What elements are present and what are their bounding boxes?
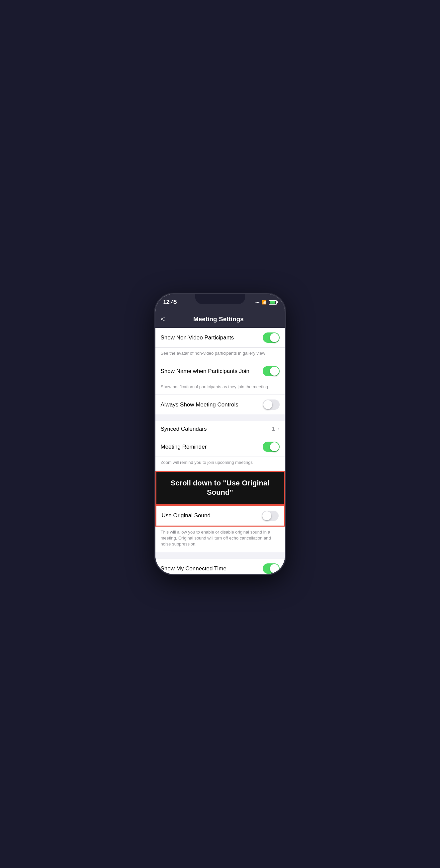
phone-frame: 12:45 ▪▪▪ 📶 < Meeting Settings Show Non-… (155, 294, 285, 574)
phone-screen: 12:45 ▪▪▪ 📶 < Meeting Settings Show Non-… (155, 294, 285, 574)
settings-content[interactable]: Show Non-Video Participants See the avat… (155, 328, 285, 574)
scroll-instruction-banner: Scroll down to "Use Original Sound" (155, 471, 285, 505)
wifi-icon: 📶 (262, 300, 267, 305)
synced-calendars-group: Synced Calendars 1 › (155, 421, 285, 437)
show-non-video-toggle[interactable] (263, 333, 280, 343)
always-show-controls-toggle[interactable] (263, 400, 280, 410)
separator-2 (155, 552, 285, 559)
show-connected-time-item[interactable]: Show My Connected Time (155, 559, 285, 574)
synced-calendars-label: Synced Calendars (161, 426, 272, 432)
meeting-reminder-group: Meeting Reminder Zoom will remind you to… (155, 437, 285, 470)
show-connected-time-toggle[interactable] (263, 563, 280, 574)
show-non-video-description: See the avatar of non-video participants… (155, 348, 285, 361)
signal-icon: ▪▪▪ (255, 300, 260, 305)
show-non-video-item[interactable]: Show Non-Video Participants (155, 328, 285, 348)
toggle-knob (263, 400, 272, 409)
meeting-reminder-label: Meeting Reminder (161, 444, 263, 450)
separator-1 (155, 414, 285, 421)
use-original-sound-description: This will allow you to enable or disable… (155, 527, 285, 553)
show-connected-time-group: Show My Connected Time Show elapsed time… (155, 559, 285, 574)
show-non-video-group: Show Non-Video Participants See the avat… (155, 328, 285, 361)
status-bar: 12:45 ▪▪▪ 📶 (155, 294, 285, 311)
synced-calendars-item[interactable]: Synced Calendars 1 › (155, 421, 285, 437)
meeting-reminder-toggle[interactable] (263, 442, 280, 452)
always-show-controls-item[interactable]: Always Show Meeting Controls (155, 395, 285, 414)
meeting-reminder-description: Zoom will remind you to join upcoming me… (155, 457, 285, 470)
show-name-join-description: Show notification of participants as the… (155, 381, 285, 395)
status-time: 12:45 (164, 299, 177, 305)
battery-icon (269, 300, 277, 305)
chevron-right-icon: › (277, 426, 279, 432)
show-name-join-toggle[interactable] (263, 366, 280, 376)
meeting-reminder-item[interactable]: Meeting Reminder (155, 437, 285, 457)
show-name-join-label: Show Name when Participants Join (161, 368, 263, 375)
use-original-sound-toggle[interactable] (262, 510, 278, 521)
use-original-sound-label: Use Original Sound (162, 512, 262, 519)
always-show-controls-group: Always Show Meeting Controls (155, 395, 285, 414)
toggle-knob (270, 367, 279, 376)
toggle-knob (270, 442, 279, 451)
toggle-knob (270, 333, 279, 342)
back-button[interactable]: < (161, 315, 165, 323)
toggle-knob (270, 564, 279, 573)
use-original-sound-group: Use Original Sound (155, 505, 285, 527)
toggle-knob (262, 511, 271, 520)
show-non-video-label: Show Non-Video Participants (161, 335, 263, 341)
synced-calendars-value: 1 (272, 426, 275, 432)
status-icons: ▪▪▪ 📶 (255, 300, 277, 305)
show-connected-time-label: Show My Connected Time (161, 565, 263, 572)
scroll-instruction-text: Scroll down to "Use Original Sound" (171, 479, 270, 497)
use-original-sound-item[interactable]: Use Original Sound (156, 506, 284, 526)
show-name-join-item[interactable]: Show Name when Participants Join (155, 361, 285, 381)
notch (195, 294, 245, 304)
nav-header: < Meeting Settings (155, 311, 285, 328)
page-title: Meeting Settings (169, 315, 268, 323)
battery-fill (270, 301, 275, 304)
show-name-join-group: Show Name when Participants Join Show no… (155, 361, 285, 395)
always-show-controls-label: Always Show Meeting Controls (161, 401, 263, 408)
